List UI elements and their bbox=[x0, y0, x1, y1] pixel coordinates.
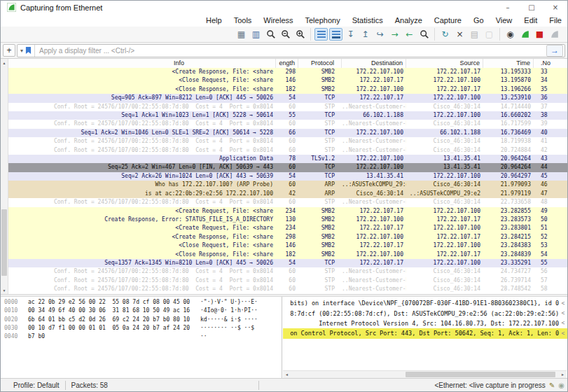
column-header-length[interactable]: ength bbox=[276, 59, 298, 68]
expert-info-icon[interactable]: ◉ bbox=[558, 382, 564, 389]
add-filter-button[interactable]: + bbox=[3, 44, 15, 57]
packet-row[interactable]: Conf. Root = 24576/107/00:22:55:08:7d:80… bbox=[8, 120, 567, 128]
menu-item-help[interactable]: Help bbox=[206, 16, 222, 24]
details-line[interactable]: 8:7d:cf (00:22:55:08:7d:cf), Dst: ASUSTe… bbox=[283, 308, 567, 318]
minimize-button[interactable]: – bbox=[496, 1, 520, 14]
scroll-right-icon[interactable]: ► bbox=[559, 371, 567, 378]
open-file-icon[interactable]: ▢ bbox=[483, 28, 496, 41]
column-header-info[interactable]: Info bbox=[8, 59, 276, 68]
zoom-out-icon[interactable] bbox=[279, 28, 292, 41]
bookmark-icon[interactable] bbox=[25, 46, 32, 55]
go-top-icon[interactable]: ↥ bbox=[359, 28, 372, 41]
packet-row[interactable]: Conf. Root = 24576/107/00:22:55:08:7d:80… bbox=[8, 285, 567, 293]
collapse-chevron-icon[interactable]: < bbox=[559, 310, 567, 316]
save-file-icon[interactable]: ▤ bbox=[468, 28, 481, 41]
zoom-100-icon[interactable] bbox=[264, 28, 277, 41]
menu-item-go[interactable]: Go bbox=[473, 16, 484, 24]
packet-row[interactable]: Conf. Root = 24576/107/00:22:55:08:7d:80… bbox=[8, 198, 567, 206]
details-line[interactable]: Internet Protocol Version 4, Src: 104.16… bbox=[283, 318, 567, 328]
menu-item-statistics[interactable]: Statistics bbox=[352, 16, 383, 24]
menu-item-file[interactable]: File bbox=[549, 16, 562, 24]
autoscroll-icon[interactable] bbox=[329, 28, 342, 41]
resize-columns-icon[interactable]: ▦ bbox=[235, 28, 248, 41]
menu-item-wireless[interactable]: Wireless bbox=[263, 16, 293, 24]
apply-filter-button[interactable]: → bbox=[546, 45, 563, 57]
display-filter-input[interactable]: ▾ Apply a display filter ... <Ctrl-/> → bbox=[17, 44, 565, 57]
filter-bookmark-combo[interactable]: ▾ bbox=[18, 45, 35, 57]
menu-item-analyze[interactable]: Analyze bbox=[395, 16, 422, 24]
cell-protocol: ARP bbox=[298, 181, 342, 189]
collapse-chevron-icon[interactable]: < bbox=[559, 330, 567, 337]
restart-capture-icon[interactable] bbox=[518, 28, 532, 41]
collapse-chevron-icon[interactable]: < bbox=[559, 320, 567, 326]
packet-row[interactable]: Who has 172.22.107.100? (ARP Probe)60ARP… bbox=[8, 181, 567, 189]
column-header-time[interactable]: Time bbox=[483, 59, 534, 68]
packet-row[interactable]: Conf. Root = 24576/107/00:22:55:08:7d:80… bbox=[8, 137, 567, 146]
collapse-chevron-icon[interactable]: < bbox=[559, 300, 567, 307]
zoom-in-icon[interactable] bbox=[293, 28, 307, 41]
colorize-icon[interactable] bbox=[314, 28, 328, 41]
capture-comment-icon[interactable]: ✎ bbox=[549, 382, 555, 389]
packet-row[interactable]: Conf. Root = 24576/107/00:22:55:08:7d:80… bbox=[8, 276, 567, 285]
packet-row[interactable]: <Close Response, File: <share182SMB2172.… bbox=[8, 85, 567, 94]
menu-item-tools[interactable]: Tools bbox=[234, 16, 252, 24]
cell-info: Conf. Root = 24576/107/00:22:55:08:7d:80… bbox=[8, 120, 276, 128]
next-packet-icon[interactable]: → bbox=[388, 28, 401, 41]
packet-row[interactable]: <Create Request, File: <share234SMB2172.… bbox=[8, 207, 567, 216]
details-line[interactable]: on Control Protocol, Src Port: 443, Dst … bbox=[283, 328, 567, 338]
find-icon[interactable] bbox=[417, 28, 431, 41]
cell-length: 182 bbox=[276, 251, 298, 259]
packet-bytes-pane[interactable]: 0000ac 22 0b 29 e2 56 00 22 55 08 7d cf … bbox=[1, 297, 282, 379]
normal-size-icon[interactable]: ▥ bbox=[249, 28, 263, 41]
packet-details-pane[interactable]: bits) on interface \Device\NPF_{070072BF… bbox=[283, 297, 567, 380]
chevron-down-icon[interactable]: ▾ bbox=[20, 48, 23, 54]
menu-item-view[interactable]: View bbox=[496, 16, 513, 24]
packet-row[interactable]: Seq=1 Ack=1 Win=1023 Len=1 [ACK] 5228 → … bbox=[8, 111, 567, 120]
packet-row[interactable]: Conf. Root = 24576/107/00:22:55:08:7d:80… bbox=[8, 267, 567, 276]
reload-icon[interactable]: ↻ bbox=[438, 28, 452, 41]
packet-row[interactable]: Seq=1 Ack=2 Win=1046 Len=0 SLE=1 SRE=2 [… bbox=[8, 129, 567, 137]
goto-packet-icon[interactable]: ↪ bbox=[373, 28, 387, 41]
packet-row-selected[interactable]: Seq=25 Ack=2 Win=467 Len=0 [FIN, ACK] 50… bbox=[8, 163, 567, 172]
details-line[interactable]: bits) on interface \Device\NPF_{070072BF… bbox=[283, 298, 567, 308]
cell-time: 20.964297 bbox=[483, 172, 534, 181]
packet-row[interactable]: Conf. Root = 24576/107/00:22:55:08:7d:80… bbox=[8, 103, 567, 111]
menu-item-capture[interactable]: Capture bbox=[434, 16, 462, 24]
packet-row[interactable]: <Close Response, File: <share182SMB2172.… bbox=[8, 251, 567, 259]
scrollbar-thumb[interactable] bbox=[1, 209, 7, 276]
close-button[interactable]: × bbox=[543, 1, 567, 14]
scroll-up-icon[interactable]: ▲ bbox=[1, 59, 8, 66]
packet-row[interactable]: Seq=905 Ack=897 Win=8212 Len=0 [ACK] 445… bbox=[8, 94, 567, 102]
cell-protocol: STP bbox=[298, 285, 342, 293]
profile-label[interactable]: Profile: Default bbox=[13, 382, 60, 389]
column-header-protocol[interactable]: Protocol bbox=[298, 59, 342, 68]
scrollbar-thumb[interactable] bbox=[406, 372, 555, 377]
maximize-button[interactable]: □ bbox=[520, 1, 543, 14]
packet-row[interactable]: Seq=2 Ack=26 Win=1024 Len=0 [ACK] 443 → … bbox=[8, 172, 567, 181]
packet-list-scrollbar[interactable]: ▲ ▼ bbox=[1, 59, 8, 294]
menu-item-telephony[interactable]: Telephony bbox=[305, 16, 340, 24]
close-capture-icon[interactable]: × bbox=[453, 28, 466, 41]
scroll-down-icon[interactable]: ▼ bbox=[1, 286, 8, 294]
column-header-source[interactable]: Source bbox=[406, 59, 483, 68]
packet-row[interactable]: is at ac:22:0b:29:e2:56 172.22.107.10042… bbox=[8, 190, 567, 198]
go-bottom-icon[interactable]: ↧ bbox=[344, 28, 357, 41]
start-capture-icon[interactable] bbox=[548, 28, 561, 41]
prev-packet-icon[interactable]: ← bbox=[403, 28, 416, 41]
packet-row[interactable]: <Create Response, File: <share298SMB2172… bbox=[8, 233, 567, 241]
cell-time: 16.660202 bbox=[483, 111, 534, 120]
packet-row[interactable]: <Create Request, File: <share234SMB2172.… bbox=[8, 224, 567, 232]
menu-item-edit[interactable]: Edit bbox=[524, 16, 537, 24]
packet-row[interactable]: Create Response, Error: STATUS_FILE_IS_A… bbox=[8, 216, 567, 224]
column-header-destination[interactable]: Destination bbox=[342, 59, 406, 68]
stop-capture-icon[interactable]: ■ bbox=[533, 28, 546, 41]
packet-row[interactable]: Seq=1357 Ack=1345 Win=8210 Len=0 [ACK] 4… bbox=[8, 259, 567, 267]
packet-row[interactable]: <Close Request, File: <share146SMB2172.2… bbox=[8, 241, 567, 250]
packet-row[interactable]: Conf. Root = 24576/107/00:22:55:08:7d:80… bbox=[8, 146, 567, 155]
packet-row[interactable]: <Create Response, File: <share298SMB2172… bbox=[8, 68, 567, 76]
scroll-left-icon[interactable]: ◄ bbox=[283, 371, 291, 378]
column-header-no[interactable]: .No bbox=[534, 59, 567, 68]
packet-row[interactable]: <Close Request, File: <share146SMB2172.2… bbox=[8, 76, 567, 85]
capture-options-icon[interactable]: ◉ bbox=[504, 28, 517, 41]
packet-row[interactable]: Application Data78TLSv1.2172.22.107.1001… bbox=[8, 155, 567, 163]
